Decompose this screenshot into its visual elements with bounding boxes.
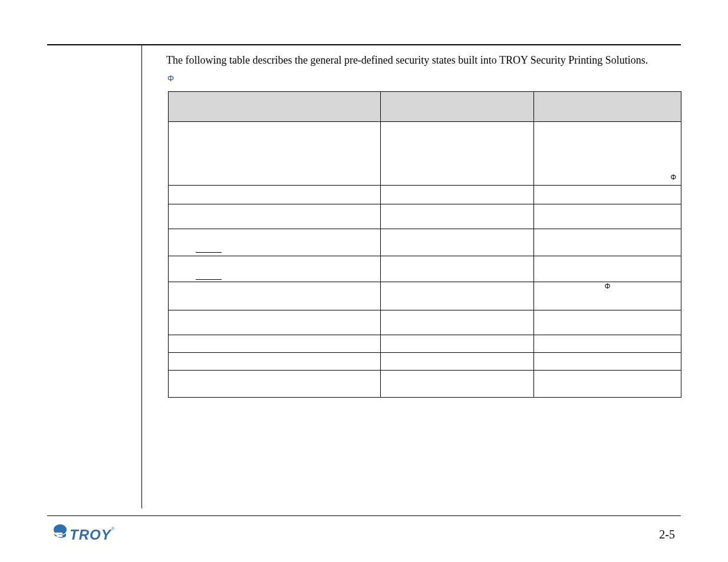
cell	[381, 371, 534, 398]
table-row: Φ	[169, 122, 681, 186]
th-1	[169, 92, 381, 122]
table-row	[169, 371, 681, 398]
cell	[381, 229, 534, 256]
table-row	[169, 186, 681, 204]
cell	[169, 229, 381, 256]
table-header-row	[169, 92, 681, 122]
cell	[381, 310, 534, 335]
cell	[169, 122, 381, 186]
table-row	[169, 335, 681, 353]
cell: Φ	[534, 282, 681, 310]
cell	[381, 204, 534, 229]
cell	[534, 186, 681, 204]
left-divider	[141, 44, 142, 508]
cell	[534, 371, 681, 398]
phi-icon: Φ	[605, 282, 611, 290]
cell	[534, 310, 681, 335]
cell	[169, 310, 381, 335]
cell	[169, 371, 381, 398]
intro-paragraph: The following table describes the genera…	[166, 53, 681, 67]
table-row: Φ	[169, 282, 681, 310]
table-row	[169, 256, 681, 282]
security-states-table: Φ	[168, 91, 681, 398]
cell	[381, 335, 534, 353]
cell	[169, 186, 381, 204]
phi-icon: Φ	[670, 173, 676, 181]
bottom-rule	[47, 515, 681, 516]
svg-rect-2	[57, 535, 62, 537]
top-rule	[47, 44, 681, 45]
logo-text: TROY	[70, 527, 112, 543]
cell	[169, 256, 381, 282]
troy-logo: TROY ®	[52, 522, 117, 546]
cell	[381, 353, 534, 371]
cell	[169, 282, 381, 310]
cell	[381, 282, 534, 310]
table-row	[169, 204, 681, 229]
cell	[381, 186, 534, 204]
cell	[169, 204, 381, 229]
cell	[169, 353, 381, 371]
cell	[169, 335, 381, 353]
logo-registered: ®	[111, 525, 115, 531]
table-row	[169, 310, 681, 335]
cell	[534, 229, 681, 256]
cell	[534, 353, 681, 371]
underline-mark	[196, 279, 222, 280]
cell	[534, 256, 681, 282]
th-3	[534, 92, 681, 122]
th-2	[381, 92, 534, 122]
cell	[381, 256, 534, 282]
table-row	[169, 229, 681, 256]
cell	[381, 122, 534, 186]
cell	[534, 335, 681, 353]
svg-rect-1	[55, 533, 62, 534]
underline-mark	[196, 252, 222, 253]
phi-annotate-top: Φ	[167, 74, 174, 83]
cell	[534, 204, 681, 229]
page-number: 2-5	[659, 528, 675, 541]
cell: Φ	[534, 122, 681, 186]
table-row	[169, 353, 681, 371]
